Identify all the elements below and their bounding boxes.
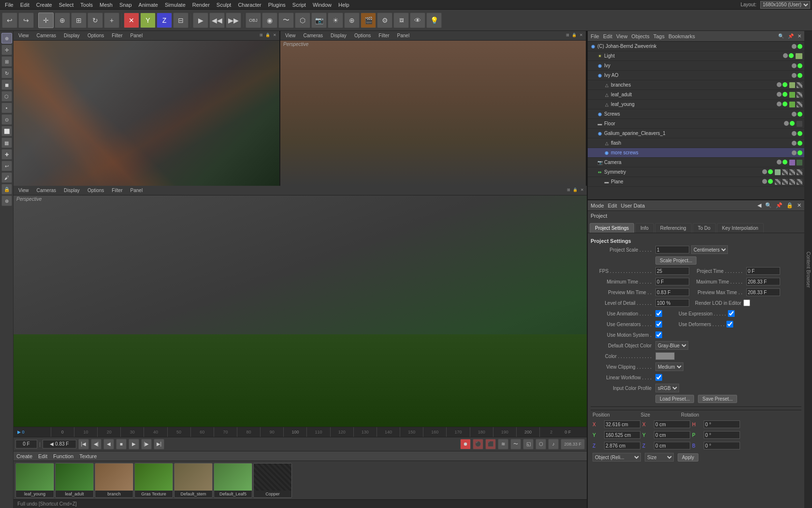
obj-dot-green-floor[interactable] xyxy=(790,121,795,126)
vp-rb-cameras[interactable]: Cameras xyxy=(35,188,58,193)
menu-edit[interactable]: Edit xyxy=(17,1,32,9)
tl-motion-btn[interactable]: 〜 xyxy=(510,439,521,449)
obj-menu-bookmarks[interactable]: Bookmarks xyxy=(668,33,695,39)
obj-pin-icon[interactable]: 📌 xyxy=(788,33,794,39)
scale-btn[interactable]: ⊞ xyxy=(71,13,87,28)
props-checkbox-use-motion[interactable] xyxy=(655,331,662,338)
tool-lock[interactable]: 🔒 xyxy=(1,184,12,194)
props-input-lod[interactable] xyxy=(655,299,689,307)
tool-edge[interactable]: ⬡ xyxy=(1,91,12,102)
vp-view-btn[interactable]: View xyxy=(16,33,31,38)
obj-dot-green-camera[interactable] xyxy=(783,160,787,164)
obj-close-icon[interactable]: ✕ xyxy=(798,33,801,39)
viewport-main-canvas[interactable] xyxy=(14,41,279,186)
props-input-project-time[interactable] xyxy=(746,267,780,275)
tool-axis[interactable]: ✚ xyxy=(1,149,12,160)
obj-row-ivy[interactable]: ◉ Ivy xyxy=(588,61,804,71)
asset-gras-texture[interactable]: Gras Texture xyxy=(134,463,173,498)
tl-next-key[interactable]: |▶ xyxy=(141,439,152,449)
viewport-right-top[interactable]: View Cameras Display Options Filter Pane… xyxy=(280,31,587,186)
vp-cameras-btn[interactable]: Cameras xyxy=(35,33,58,38)
render-z-btn[interactable]: Z xyxy=(157,13,172,28)
vp-panel-btn[interactable]: Panel xyxy=(129,33,145,38)
vp-rb-options[interactable]: Options xyxy=(86,188,106,193)
menu-window[interactable]: Window xyxy=(310,1,334,9)
transform-coord-system-select[interactable]: Object (Reli... xyxy=(593,453,641,462)
obj-dot-grey-symmetry[interactable] xyxy=(762,169,767,174)
tool-polygon[interactable]: ◼ xyxy=(1,79,12,90)
tl-play-back[interactable]: ◀ xyxy=(103,439,114,449)
obj-dot-green-ivy[interactable] xyxy=(798,63,802,68)
props-search-icon[interactable]: 🔍 xyxy=(765,202,772,209)
object-btn[interactable]: OBJ xyxy=(246,13,261,28)
transform-z-size-input[interactable] xyxy=(654,442,690,449)
obj-menu-objects[interactable]: Objects xyxy=(631,33,649,39)
vp-options-btn[interactable]: Options xyxy=(86,33,106,38)
asset-leaf-young[interactable]: leaf_young xyxy=(15,463,54,498)
props-back-icon[interactable]: ◀ xyxy=(757,202,761,209)
render-prev-btn[interactable]: ◀◀ xyxy=(209,13,225,28)
menu-sculpt[interactable]: Sculpt xyxy=(214,1,234,9)
obj-menu-tags[interactable]: Tags xyxy=(653,33,665,39)
viewport-main[interactable]: View Cameras Display Options Filter Pane… xyxy=(14,31,280,186)
vp-rt-display[interactable]: Display xyxy=(329,33,348,38)
props-select-input-color-profile[interactable]: sRGB xyxy=(655,384,679,392)
obj-dot-green-symmetry[interactable] xyxy=(768,169,773,174)
nurbs-btn[interactable]: ◉ xyxy=(262,13,277,28)
props-checkbox-render-lod[interactable] xyxy=(743,299,750,306)
transform-b-rot-input[interactable] xyxy=(704,442,740,449)
tl-morph-btn[interactable]: ⬡ xyxy=(536,439,546,449)
transform-x-pos-input[interactable] xyxy=(604,420,640,428)
tool-point[interactable]: • xyxy=(1,103,12,113)
props-scale-project-btn[interactable]: Scale Project... xyxy=(655,256,696,265)
menu-snap[interactable]: Snap xyxy=(116,1,135,9)
menu-help[interactable]: Help xyxy=(335,1,352,9)
move-btn[interactable]: ⊕ xyxy=(55,13,70,28)
menu-simulate[interactable]: Simulate xyxy=(162,1,188,9)
obj-dot-green-screws[interactable] xyxy=(798,112,802,117)
obj-row-leaf-adult[interactable]: △ leaf_adult xyxy=(588,90,804,100)
props-edit-label[interactable]: Edit xyxy=(608,203,617,209)
props-close-icon[interactable]: ✕ xyxy=(797,202,801,209)
tl-stop[interactable]: ■ xyxy=(116,439,127,449)
menu-plugins[interactable]: Plugins xyxy=(265,1,289,9)
obj-menu-edit[interactable]: Edit xyxy=(603,33,612,39)
render-playback-btn[interactable]: ▶ xyxy=(193,13,208,28)
vp-lock-icon[interactable]: 🔒 xyxy=(265,32,271,38)
vp-rb-expand-icon[interactable]: ⊞ xyxy=(566,187,571,193)
obj-row-flash[interactable]: △ flash xyxy=(588,138,804,148)
transform-h-rot-input[interactable] xyxy=(704,420,740,428)
asset-default-leaf5[interactable]: Default_Leaf5 xyxy=(214,463,252,498)
obj-dot-grey-plane[interactable] xyxy=(762,179,767,184)
props-mode-label[interactable]: Mode xyxy=(591,203,604,209)
obj-dot-green-leaf-young[interactable] xyxy=(783,102,787,106)
obj-dot-green-ivy-ao[interactable] xyxy=(798,73,802,78)
obj-row-galium[interactable]: ◉ Galium_aparine_Cleavers_1 xyxy=(588,129,804,138)
obj-menu-view[interactable]: View xyxy=(616,33,628,39)
obj-dot-grey-zweverink[interactable] xyxy=(792,44,797,49)
tl-prev-key[interactable]: ◀| xyxy=(91,439,102,449)
render-settings-btn[interactable]: ⚙ xyxy=(377,13,392,28)
asset-branch[interactable]: branch xyxy=(95,463,133,498)
asset-tab-texture[interactable]: Texture xyxy=(79,453,97,459)
props-userdata-label[interactable]: User Data xyxy=(621,203,645,209)
obj-row-more-screws[interactable]: ◉ more screws xyxy=(588,148,804,158)
props-lock-icon[interactable]: 🔒 xyxy=(786,202,793,209)
vp-close-icon[interactable]: ✕ xyxy=(272,32,277,38)
transform-apply-btn[interactable]: Apply xyxy=(678,453,698,462)
transform-z-pos-input[interactable] xyxy=(604,442,640,449)
props-checkbox-use-expression[interactable] xyxy=(728,310,735,317)
obj-row-zweverink[interactable]: ◉ (C) Johan-Bernd Zweverink xyxy=(588,42,804,51)
transform-p-rot-input[interactable] xyxy=(704,431,740,439)
tool-scale[interactable]: ⊞ xyxy=(1,56,12,67)
tool-rotate[interactable]: ↻ xyxy=(1,68,12,78)
tool-motion[interactable]: ⊛ xyxy=(1,195,12,206)
tool-paint[interactable]: 🖌 xyxy=(1,172,12,183)
asset-leaf-adult[interactable]: leaf_adult xyxy=(55,463,94,498)
menu-script[interactable]: Script xyxy=(290,1,309,9)
obj-dot-green-zweverink[interactable] xyxy=(798,44,802,49)
add-btn[interactable]: + xyxy=(104,13,119,28)
obj-dot-grey-light[interactable] xyxy=(783,53,788,58)
obj-dot-grey-leaf-young[interactable] xyxy=(777,102,782,106)
select-btn[interactable]: ✛ xyxy=(38,13,54,28)
